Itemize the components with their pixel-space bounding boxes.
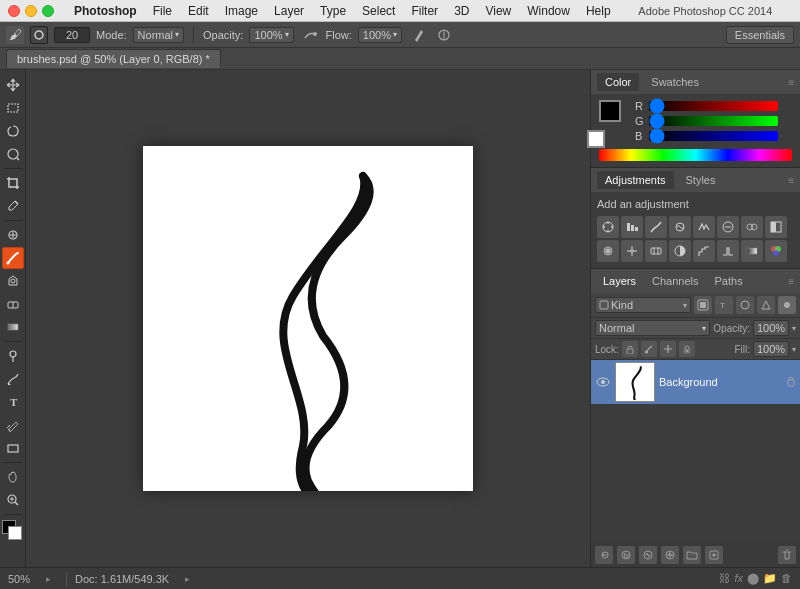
add-mask-icon[interactable] (639, 546, 657, 564)
zoom-tool[interactable] (2, 489, 24, 511)
drawing-canvas[interactable] (143, 146, 473, 491)
menu-file[interactable]: File (145, 2, 180, 20)
add-layer-style-icon[interactable]: fx (617, 546, 635, 564)
flow-dropdown[interactable]: 100% ▾ (358, 27, 402, 43)
posterize-icon[interactable] (693, 240, 715, 262)
spot-heal-tool[interactable] (2, 224, 24, 246)
lock-pixels-icon[interactable] (622, 341, 638, 357)
hsl-icon[interactable] (717, 216, 739, 238)
channels-tab[interactable]: Channels (646, 272, 704, 290)
color-panel-collapse[interactable]: ≡ (788, 77, 794, 88)
layers-panel-collapse[interactable]: ≡ (788, 276, 794, 287)
move-tool[interactable] (2, 74, 24, 96)
vibrance-icon[interactable] (693, 216, 715, 238)
background-color[interactable] (8, 526, 22, 540)
tablet-pressure-icon[interactable] (408, 25, 428, 45)
fx-status-icon[interactable]: fx (734, 572, 743, 585)
link-status-icon[interactable]: ⛓ (719, 572, 730, 585)
close-button[interactable] (8, 5, 20, 17)
foreground-color-box[interactable] (599, 100, 621, 122)
menu-image[interactable]: Image (217, 2, 266, 20)
blend-mode-dropdown[interactable]: Normal ▾ (595, 320, 710, 336)
color-spectrum[interactable] (599, 149, 792, 161)
mask-status-icon[interactable]: ⬤ (747, 572, 759, 585)
styles-tab[interactable]: Styles (678, 171, 724, 189)
layer-filter-type-icon[interactable]: T (715, 296, 733, 314)
menu-type[interactable]: Type (312, 2, 354, 20)
paths-tab[interactable]: Paths (709, 272, 749, 290)
brush-size-input[interactable]: 20 (54, 27, 90, 43)
link-layers-icon[interactable] (595, 546, 613, 564)
lock-all-icon[interactable] (679, 341, 695, 357)
exposure-icon[interactable] (669, 216, 691, 238)
new-layer-icon[interactable] (705, 546, 723, 564)
levels-icon[interactable] (621, 216, 643, 238)
dodge-tool[interactable] (2, 345, 24, 367)
menu-edit[interactable]: Edit (180, 2, 217, 20)
layer-visibility-icon[interactable] (595, 374, 611, 390)
essentials-button[interactable]: Essentials (726, 26, 794, 44)
menu-layer[interactable]: Layer (266, 2, 312, 20)
photo-filter-icon[interactable] (597, 240, 619, 262)
zoom-arrow-icon[interactable]: ▸ (38, 569, 58, 589)
b-slider[interactable] (649, 131, 778, 141)
opacity-input-layers[interactable]: 100% (753, 320, 789, 336)
brightness-contrast-icon[interactable] (597, 216, 619, 238)
colorbalance-icon[interactable] (741, 216, 763, 238)
add-adjustment-layer-icon[interactable] (661, 546, 679, 564)
crop-tool[interactable] (2, 172, 24, 194)
menu-3d[interactable]: 3D (446, 2, 477, 20)
background-color-box[interactable] (587, 130, 605, 148)
hand-tool[interactable] (2, 466, 24, 488)
bw-icon[interactable] (765, 216, 787, 238)
eraser-tool[interactable] (2, 293, 24, 315)
file-tab[interactable]: brushes.psd @ 50% (Layer 0, RGB/8) * (6, 49, 221, 68)
opacity-dropdown[interactable]: 100% ▾ (249, 27, 293, 43)
curves-icon[interactable] (645, 216, 667, 238)
quick-select-tool[interactable] (2, 143, 24, 165)
adjustments-tab[interactable]: Adjustments (597, 171, 674, 189)
path-select-tool[interactable] (2, 414, 24, 436)
invert-icon[interactable] (669, 240, 691, 262)
doc-info-arrow[interactable]: ▸ (177, 569, 197, 589)
brush-tool[interactable] (2, 247, 24, 269)
kind-dropdown[interactable]: Kind ▾ (595, 297, 691, 313)
clone-stamp-tool[interactable] (2, 270, 24, 292)
layer-filter-pixel-icon[interactable] (694, 296, 712, 314)
layer-filter-toggle[interactable] (778, 296, 796, 314)
delete-layer-icon[interactable] (778, 546, 796, 564)
menu-select[interactable]: Select (354, 2, 403, 20)
menu-filter[interactable]: Filter (403, 2, 446, 20)
fg-bg-color-selector[interactable] (2, 520, 24, 542)
type-tool[interactable]: T (2, 391, 24, 413)
fill-input[interactable]: 100% (753, 341, 789, 357)
symmetry-icon[interactable] (434, 25, 454, 45)
threshold-icon[interactable] (717, 240, 739, 262)
menu-photoshop[interactable]: Photoshop (66, 2, 145, 20)
layer-filter-smart-icon[interactable] (757, 296, 775, 314)
color-lookup-icon[interactable] (645, 240, 667, 262)
group-layers-icon[interactable] (683, 546, 701, 564)
lasso-tool[interactable] (2, 120, 24, 142)
shape-tool[interactable] (2, 437, 24, 459)
gradient-map-icon[interactable] (741, 240, 763, 262)
color-tab[interactable]: Color (597, 73, 639, 91)
layers-tab[interactable]: Layers (597, 272, 642, 290)
swatches-tab[interactable]: Swatches (643, 73, 707, 91)
layer-row-background[interactable]: Background (591, 360, 800, 404)
lock-position-icon[interactable] (660, 341, 676, 357)
mode-dropdown[interactable]: Normal ▾ (133, 27, 184, 43)
selective-color-icon[interactable] (765, 240, 787, 262)
lock-paint-icon[interactable] (641, 341, 657, 357)
layer-filter-shape-icon[interactable] (736, 296, 754, 314)
trash-status-icon[interactable]: 🗑 (781, 572, 792, 585)
adj-panel-collapse[interactable]: ≡ (788, 175, 794, 186)
menu-view[interactable]: View (477, 2, 519, 20)
folder-status-icon[interactable]: 📁 (763, 572, 777, 585)
airbrush-icon[interactable] (300, 25, 320, 45)
eyedropper-tool[interactable] (2, 195, 24, 217)
minimize-button[interactable] (25, 5, 37, 17)
menu-help[interactable]: Help (578, 2, 619, 20)
gradient-tool[interactable] (2, 316, 24, 338)
pen-tool[interactable] (2, 368, 24, 390)
